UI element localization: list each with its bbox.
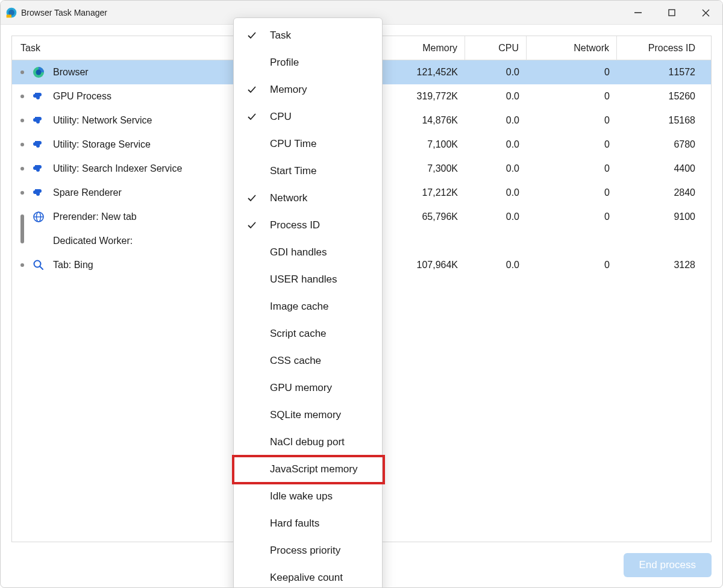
context-menu-item[interactable]: Start Time — [234, 157, 382, 184]
context-menu-label: CSS cache — [270, 355, 382, 367]
context-menu-item[interactable]: Process ID — [234, 211, 382, 239]
context-menu-label: CPU — [270, 111, 382, 123]
context-menu-label: Process priority — [270, 545, 382, 557]
globe-icon — [33, 211, 45, 223]
context-menu-label: Keepalive count — [270, 572, 382, 584]
window-title: Browser Task Manager — [21, 8, 107, 17]
context-menu-item[interactable]: Process priority — [234, 537, 382, 564]
cell-memory: 65,796K — [382, 211, 465, 222]
context-menu-item[interactable]: JavaScript memory — [234, 455, 382, 483]
context-menu-item[interactable]: Task — [234, 22, 382, 49]
task-label: Browser — [53, 67, 89, 78]
cell-pid: 9100 — [617, 211, 709, 222]
context-menu-item[interactable]: GPU memory — [234, 374, 382, 401]
ext-icon — [33, 139, 45, 151]
end-process-button[interactable]: End process — [624, 553, 712, 577]
context-menu-item[interactable]: USER handles — [234, 266, 382, 293]
cell-memory: 319,772K — [382, 91, 465, 102]
task-label: Dedicated Worker: — [53, 236, 133, 246]
check-icon — [234, 30, 270, 41]
minimize-button[interactable] — [621, 1, 655, 25]
task-label: Prerender: New tab — [53, 211, 137, 222]
context-menu-label: GDI handles — [270, 246, 382, 258]
cell-cpu: 0.0 — [465, 163, 527, 174]
context-menu-label: CPU Time — [270, 138, 382, 150]
check-icon — [234, 193, 270, 204]
cell-memory: 121,452K — [382, 67, 465, 78]
svg-rect-4 — [669, 10, 675, 16]
cell-cpu: 0.0 — [465, 260, 527, 271]
context-menu-item[interactable]: GDI handles — [234, 239, 382, 266]
context-menu-label: SQLite memory — [270, 409, 382, 421]
context-menu-item[interactable]: Network — [234, 184, 382, 211]
context-menu-label: NaCl debug port — [270, 436, 382, 448]
row-bullet — [20, 119, 24, 122]
context-menu-item[interactable]: Memory — [234, 76, 382, 103]
column-context-menu: TaskProfileMemoryCPUCPU TimeStart TimeNe… — [233, 17, 383, 588]
edge-icon — [33, 66, 45, 78]
context-menu-label: Start Time — [270, 165, 382, 177]
cell-cpu: 0.0 — [465, 115, 527, 126]
context-menu-label: GPU memory — [270, 382, 382, 394]
context-menu-label: JavaScript memory — [270, 463, 382, 475]
cell-network: 0 — [527, 163, 617, 174]
context-menu-label: Profile — [270, 57, 382, 69]
cell-memory: 17,212K — [382, 187, 465, 198]
check-icon — [234, 220, 270, 231]
cell-network: 0 — [527, 260, 617, 271]
check-icon — [234, 111, 270, 122]
cell-network: 0 — [527, 211, 617, 222]
cell-pid: 4400 — [617, 163, 709, 174]
task-manager-window: Browser Task Manager Task Memory CPU Net… — [0, 0, 723, 588]
cell-cpu: 0.0 — [465, 211, 527, 222]
cell-memory: 107,964K — [382, 260, 465, 271]
maximize-button[interactable] — [655, 1, 689, 25]
cell-cpu: 0.0 — [465, 91, 527, 102]
context-menu-item[interactable]: Keepalive count — [234, 564, 382, 588]
svg-rect-2 — [7, 14, 11, 17]
ext-icon — [33, 90, 45, 102]
context-menu-label: USER handles — [270, 274, 382, 286]
row-bullet — [20, 70, 24, 74]
ext-icon — [33, 114, 45, 127]
context-menu-label: Process ID — [270, 219, 382, 231]
column-network[interactable]: Network — [527, 36, 617, 60]
context-menu-label: Task — [270, 30, 382, 42]
cell-cpu: 0.0 — [465, 187, 527, 198]
task-label: Tab: Bing — [53, 260, 93, 271]
context-menu-label: Network — [270, 192, 382, 204]
context-menu-item[interactable]: CPU — [234, 103, 382, 130]
cell-network: 0 — [527, 139, 617, 150]
row-bullet — [20, 263, 24, 267]
window-controls — [621, 1, 722, 25]
cell-cpu: 0.0 — [465, 67, 527, 78]
context-menu-item[interactable]: Image cache — [234, 293, 382, 320]
row-bullet — [20, 167, 24, 170]
close-button[interactable] — [689, 1, 722, 25]
context-menu-item[interactable]: Hard faults — [234, 510, 382, 537]
column-cpu[interactable]: CPU — [465, 36, 527, 60]
context-menu-label: Image cache — [270, 301, 382, 313]
cell-memory: 7,300K — [382, 163, 465, 174]
cell-memory: 14,876K — [382, 115, 465, 126]
column-memory[interactable]: Memory — [382, 36, 465, 60]
context-menu-label: Idle wake ups — [270, 490, 382, 502]
row-bullet — [20, 191, 24, 195]
cell-pid: 3128 — [617, 260, 709, 271]
task-label: Utility: Network Service — [53, 115, 152, 126]
cell-network: 0 — [527, 91, 617, 102]
cell-pid: 2840 — [617, 187, 709, 198]
context-menu-item[interactable]: Idle wake ups — [234, 483, 382, 510]
column-pid[interactable]: Process ID — [617, 36, 709, 60]
cell-pid: 11572 — [617, 67, 709, 78]
context-menu-item[interactable]: SQLite memory — [234, 401, 382, 428]
context-menu-label: Memory — [270, 84, 382, 96]
cell-pid: 15260 — [617, 91, 709, 102]
context-menu-item[interactable]: NaCl debug port — [234, 428, 382, 455]
context-menu-item[interactable]: Script cache — [234, 320, 382, 347]
context-menu-item[interactable]: CSS cache — [234, 347, 382, 374]
context-menu-item[interactable]: Profile — [234, 49, 382, 76]
app-icon — [5, 7, 17, 19]
ext-icon — [33, 163, 45, 175]
context-menu-item[interactable]: CPU Time — [234, 130, 382, 157]
